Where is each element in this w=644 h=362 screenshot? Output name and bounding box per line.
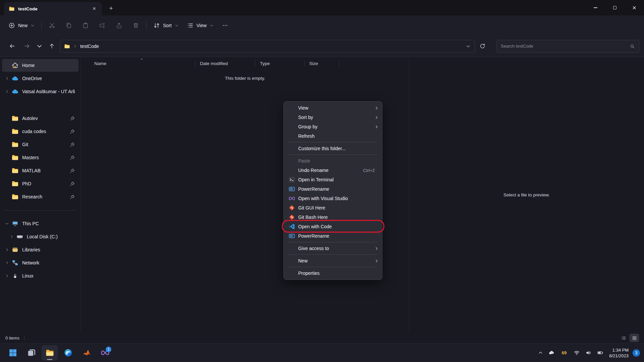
sidebar-item-label: This PC xyxy=(22,221,77,226)
battery-tray-button[interactable] xyxy=(595,346,606,360)
large-icons-view-button[interactable] xyxy=(630,334,639,342)
sidebar-item-autolev[interactable]: Autolev xyxy=(2,112,78,125)
sidebar-item-onedrive[interactable]: OneDrive xyxy=(2,72,78,85)
copy-button[interactable] xyxy=(61,19,76,32)
sidebar-separator xyxy=(0,203,80,217)
submenu-chevron-icon xyxy=(374,115,379,120)
explorer-tab[interactable]: testCode xyxy=(4,2,102,15)
paste-button[interactable] xyxy=(78,19,93,32)
matlab-taskbar-button[interactable] xyxy=(78,345,95,361)
file-explorer-taskbar-button[interactable] xyxy=(42,345,58,361)
volume-tray-button[interactable] xyxy=(583,346,594,360)
forward-button[interactable] xyxy=(19,40,34,52)
recent-locations-button[interactable] xyxy=(34,40,44,52)
up-button[interactable] xyxy=(44,40,59,52)
sidebar-item-local-disk-c[interactable]: Local Disk (C:) xyxy=(7,230,78,243)
breadcrumb-item[interactable]: testCode xyxy=(80,44,99,49)
more-options-button[interactable] xyxy=(218,19,231,32)
menu-item-undo-rename[interactable]: Undo Rename Ctrl+Z xyxy=(285,166,380,175)
address-bar[interactable]: testCode xyxy=(60,40,475,53)
menu-item-open-with-code[interactable]: Open with Code xyxy=(285,222,380,231)
new-button[interactable]: New xyxy=(5,19,38,32)
chevron-right-icon[interactable] xyxy=(8,235,15,239)
column-header-size[interactable]: Size xyxy=(305,58,339,69)
menu-item-label: Paste xyxy=(298,158,380,164)
maximize-button[interactable] xyxy=(605,0,625,15)
sort-button[interactable]: Sort xyxy=(150,19,182,32)
sidebar-item-git[interactable]: Git xyxy=(2,138,78,151)
chevron-down-icon[interactable] xyxy=(3,222,11,226)
search-box[interactable] xyxy=(496,40,639,53)
cut-button[interactable] xyxy=(45,19,59,32)
menu-item-open-with-visual-studio[interactable]: Open with Visual Studio xyxy=(285,194,380,203)
menu-item-refresh[interactable]: Refresh xyxy=(285,131,380,141)
sidebar-item-label: Libraries xyxy=(22,247,77,252)
address-dropdown-icon[interactable] xyxy=(466,44,471,49)
start-taskbar-button[interactable] xyxy=(5,345,21,361)
menu-item-new[interactable]: New xyxy=(285,256,380,265)
clock[interactable]: 1:34 PM 8/21/2023 xyxy=(606,347,631,359)
sidebar-item-libraries[interactable]: Libraries xyxy=(2,243,78,256)
column-header-date-modified[interactable]: Date modified xyxy=(195,58,255,69)
sidebar-item-cuda-codes[interactable]: cuda codes xyxy=(2,125,78,138)
minimize-button[interactable] xyxy=(586,0,605,15)
sidebar-item-linux[interactable]: Linux xyxy=(2,269,78,282)
column-header-name[interactable]: Name xyxy=(81,58,195,69)
chevron-right-icon[interactable] xyxy=(3,76,11,80)
chevron-up-icon xyxy=(538,350,543,355)
search-input[interactable] xyxy=(501,44,627,49)
visual-studio-icon xyxy=(288,195,295,202)
sidebar-item-this-pc[interactable]: This PC xyxy=(2,217,78,230)
chevron-right-icon[interactable] xyxy=(3,89,11,94)
tray-indicator-button[interactable]: 69 xyxy=(558,346,571,360)
network-tray-button[interactable] xyxy=(571,346,582,360)
menu-item-group-by[interactable]: Group by xyxy=(285,122,380,131)
sidebar-item-vatsal-asitkumar-ut-arli[interactable]: Vatsal Asitkumar - UT Arli xyxy=(2,85,78,98)
tab-close-icon[interactable] xyxy=(90,4,99,13)
breadcrumb-chevron-icon xyxy=(73,44,77,48)
tray-overflow-button[interactable] xyxy=(536,346,545,360)
chevron-right-icon[interactable] xyxy=(3,248,11,252)
notification-count-badge[interactable]: 3 xyxy=(633,349,640,357)
close-button[interactable] xyxy=(625,0,644,15)
menu-item-give-access-to[interactable]: Give access to xyxy=(285,244,380,253)
menu-item-open-in-terminal[interactable]: Open in Terminal xyxy=(285,175,380,184)
visual-studio-taskbar-button[interactable]: 1 xyxy=(97,345,113,361)
rename-button[interactable] xyxy=(95,19,110,32)
menu-icon-placeholder xyxy=(288,145,295,152)
sidebar-item-masters[interactable]: Masters xyxy=(2,151,78,164)
menu-item-git-gui-here[interactable]: Git GUI Here xyxy=(285,203,380,213)
delete-button[interactable] xyxy=(128,19,143,32)
menu-item-properties[interactable]: Properties xyxy=(285,268,380,278)
sidebar-item-phd[interactable]: PhD xyxy=(2,177,78,190)
sort-ascending-icon xyxy=(140,57,144,61)
rename-icon xyxy=(99,22,106,29)
chevron-right-icon[interactable] xyxy=(3,261,11,265)
task-view-taskbar-button[interactable] xyxy=(23,345,39,361)
share-button[interactable] xyxy=(112,19,126,32)
menu-item-powerrename[interactable]: PowerRename xyxy=(285,231,380,241)
menu-item-git-bash-here[interactable]: Git Bash Here xyxy=(285,213,380,222)
sidebar-item-research[interactable]: Research xyxy=(2,190,78,203)
sidebar-item-home[interactable]: Home xyxy=(2,59,78,72)
onedrive-tray-button[interactable] xyxy=(546,346,557,360)
pin-icon xyxy=(69,155,75,161)
chevron-right-icon[interactable] xyxy=(3,274,11,278)
menu-item-powerrename[interactable]: PowerRename xyxy=(285,184,380,194)
menu-item-customize-this-folder[interactable]: Customize this folder... xyxy=(285,144,380,153)
column-header-type[interactable]: Type xyxy=(255,58,305,69)
details-view-button[interactable] xyxy=(619,334,628,342)
new-tab-button[interactable] xyxy=(105,3,117,14)
back-button[interactable] xyxy=(5,40,19,52)
view-button[interactable]: View xyxy=(183,19,217,32)
edge-taskbar-button[interactable] xyxy=(60,345,76,361)
pin-icon xyxy=(69,129,75,134)
cloud-icon xyxy=(11,75,19,82)
tab-title: testCode xyxy=(18,6,87,11)
sidebar-item-network[interactable]: Network xyxy=(2,256,78,269)
refresh-button[interactable] xyxy=(475,40,490,52)
delete-icon xyxy=(132,22,139,29)
menu-item-view[interactable]: View xyxy=(285,103,380,113)
menu-item-sort-by[interactable]: Sort by xyxy=(285,113,380,122)
sidebar-item-matlab[interactable]: MATLAB xyxy=(2,164,78,177)
